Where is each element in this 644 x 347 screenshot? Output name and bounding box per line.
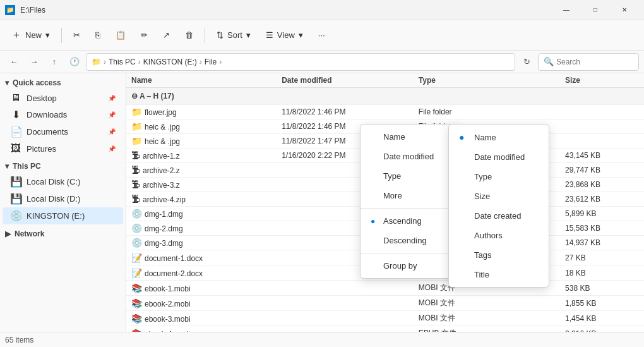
- cell-size: 1,855 KB: [560, 296, 644, 311]
- paste-icon: 📋: [116, 30, 126, 40]
- cell-name: 🗜archive-2.z: [126, 163, 277, 178]
- cell-size: 23,868 KB: [560, 178, 644, 192]
- quick-access-header[interactable]: ▾ Quick access: [0, 76, 126, 90]
- cell-modified: [277, 326, 414, 332]
- sidebar-item-downloads[interactable]: ⬇ Downloads 📌: [3, 106, 123, 123]
- maximize-button[interactable]: □: [581, 0, 610, 20]
- share-button[interactable]: ↗: [157, 27, 176, 44]
- menu-item-label: Date modified: [383, 152, 434, 161]
- groupby-submenu-item[interactable]: Size: [449, 186, 549, 206]
- cell-name: 🗜archive-1.z: [126, 149, 277, 163]
- rename-icon: ✏: [141, 30, 148, 40]
- separator-2: [205, 28, 205, 43]
- cell-name: 📚ebook-3.mobi: [126, 311, 277, 326]
- file-icon: 📚: [131, 283, 142, 293]
- desktop-icon: 🖥: [10, 92, 21, 104]
- copy-button[interactable]: ⎘: [89, 27, 107, 44]
- cut-button[interactable]: ✂: [67, 27, 86, 44]
- drive-c-icon: 💾: [10, 176, 21, 188]
- network-header[interactable]: ▶ Network: [0, 227, 126, 241]
- col-modified[interactable]: Date modified: [277, 73, 414, 88]
- expand-icon: ▾: [5, 162, 9, 171]
- group-header: ⊖ A – H (17): [126, 88, 644, 105]
- sort-menu-item[interactable]: Descending: [361, 231, 460, 250]
- groupby-submenu-item[interactable]: ● Name: [449, 127, 549, 147]
- this-pc-header[interactable]: ▾ This PC: [0, 159, 126, 173]
- expand-icon: ▾: [5, 78, 9, 87]
- up-button[interactable]: ↑: [45, 53, 63, 71]
- back-button[interactable]: ←: [5, 53, 23, 71]
- file-icon: 📁: [131, 136, 142, 146]
- recent-button[interactable]: 🕐: [66, 53, 83, 71]
- file-icon: 📚: [131, 298, 142, 308]
- new-label: New: [25, 30, 42, 40]
- more-button[interactable]: ···: [312, 27, 331, 44]
- groupby-submenu-item[interactable]: Date modified: [449, 147, 549, 167]
- cell-size: [560, 119, 644, 134]
- cell-type: File folder: [414, 105, 560, 119]
- sidebar-item-documents[interactable]: 📄 Documents 📌: [3, 123, 123, 140]
- documents-icon: 📄: [10, 126, 21, 138]
- new-button[interactable]: ＋ New ▾: [5, 25, 56, 46]
- sort-menu: Name Date modified Type More › ● Ascendi…: [360, 124, 461, 279]
- delete-button[interactable]: 🗑: [179, 27, 200, 44]
- groupby-item-label: Date modified: [474, 152, 525, 162]
- sort-menu-item[interactable]: ● Ascending: [361, 211, 460, 231]
- sidebar-item-pictures[interactable]: 🖼 Pictures 📌: [3, 140, 123, 157]
- title-bar: 📁 E:\Files — □ ✕: [0, 0, 644, 20]
- table-row[interactable]: 📚ebook-4.epub EPUB 文件 2,816 KB: [126, 326, 644, 332]
- file-icon: 💿: [131, 238, 142, 248]
- sort-menu-item[interactable]: Date modified: [361, 147, 460, 166]
- groupby-submenu-item[interactable]: Type: [449, 167, 549, 186]
- col-name[interactable]: Name: [126, 73, 277, 88]
- groupby-submenu-item[interactable]: Title: [449, 265, 549, 284]
- sort-menu-item[interactable]: More ›: [361, 186, 460, 205]
- new-chevron: ▾: [45, 30, 50, 40]
- refresh-button[interactable]: ↻: [518, 53, 535, 71]
- sidebar-item-desktop[interactable]: 🖥 Desktop 📌: [3, 90, 123, 106]
- sidebar-item-kingston[interactable]: 💿 KINGSTON (E:): [3, 207, 123, 224]
- table-row[interactable]: 📚ebook-3.mobi MOBI 文件 1,454 KB: [126, 311, 644, 326]
- file-icon: 💿: [131, 209, 142, 219]
- cell-name: 📚ebook-2.mobi: [126, 296, 277, 311]
- downloads-icon: ⬇: [10, 109, 21, 121]
- menu-item-label: More: [383, 191, 402, 200]
- col-size[interactable]: Size: [560, 73, 644, 88]
- paste-button[interactable]: 📋: [109, 27, 132, 44]
- groupby-submenu-item[interactable]: Tags: [449, 245, 549, 265]
- sort-menu-item[interactable]: Type: [361, 166, 460, 186]
- cell-size: 23,612 KB: [560, 192, 644, 207]
- close-button[interactable]: ✕: [610, 0, 639, 20]
- separator-1: [61, 28, 62, 43]
- address-file: File: [205, 58, 217, 66]
- sidebar-item-local-c[interactable]: 💾 Local Disk (C:): [3, 173, 123, 190]
- groupby-item-label: Date created: [474, 211, 521, 221]
- forward-button[interactable]: →: [25, 53, 43, 71]
- col-type[interactable]: Type: [414, 73, 560, 88]
- kingston-icon: 💿: [10, 210, 21, 222]
- groupby-submenu-item[interactable]: Authors: [449, 226, 549, 245]
- rename-button[interactable]: ✏: [134, 27, 154, 44]
- pin-icon: 📌: [108, 95, 116, 102]
- pin-icon: 📌: [108, 145, 116, 152]
- drive-d-icon: 💾: [10, 193, 21, 205]
- search-input[interactable]: [556, 58, 633, 66]
- address-bar[interactable]: 📁 › This PC › KINGSTON (E:) › File ›: [86, 53, 515, 71]
- more-icon: ···: [318, 30, 325, 40]
- view-button[interactable]: ☰ View ▾: [259, 27, 309, 44]
- sort-button[interactable]: ⇅ Sort ▾: [210, 27, 257, 44]
- table-row[interactable]: 📚ebook-1.mobi MOBI 文件 538 KB: [126, 281, 644, 296]
- sort-menu-item[interactable]: Name: [361, 127, 460, 147]
- sort-menu-item[interactable]: Group by ›: [361, 256, 460, 276]
- sort-label: Sort: [227, 30, 242, 40]
- minimize-button[interactable]: —: [552, 0, 581, 20]
- pin-icon: 📌: [108, 111, 116, 118]
- table-row[interactable]: 📚ebook-2.mobi MOBI 文件 1,855 KB: [126, 296, 644, 311]
- table-row[interactable]: 📁flower.jpg 11/8/2022 1:46 PM File folde…: [126, 105, 644, 119]
- sidebar-item-local-d[interactable]: 💾 Local Disk (D:): [3, 190, 123, 207]
- groupby-submenu-item[interactable]: Date created: [449, 206, 549, 226]
- file-content: Name Date modified Type Size ⊖ A – H (17…: [126, 73, 644, 332]
- file-icon: 🗜: [131, 150, 140, 161]
- file-icon: 📁: [131, 121, 142, 131]
- menu-item-label: Ascending: [383, 216, 422, 226]
